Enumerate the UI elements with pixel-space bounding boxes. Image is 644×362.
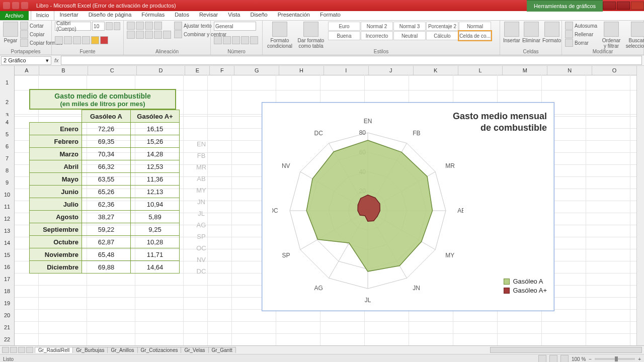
autosum-button[interactable]: Autosuma [565,22,597,30]
sheet-tab[interactable]: Gr_Gantt [208,347,236,353]
column-header[interactable]: B [39,66,88,75]
file-tab[interactable]: Archivo [0,11,29,20]
format-cells-button[interactable]: Formato [542,38,561,43]
border-icon[interactable] [82,36,90,44]
font-color-icon[interactable] [100,36,108,44]
column-header[interactable]: C [88,66,137,75]
cell-style-option[interactable]: Euro [328,22,360,31]
cond-format-icon[interactable] [272,22,287,37]
zoom-controls[interactable]: 100 % − + [538,355,641,362]
indent-dec-icon[interactable] [154,31,162,39]
delete-cells-icon[interactable] [524,22,539,37]
tab-revisar[interactable]: Revisar [194,10,223,20]
tab-vista[interactable]: Vista [223,10,245,20]
row-header[interactable]: 8 [0,164,15,177]
insert-cells-icon[interactable] [504,22,519,37]
sheet-tab[interactable]: Gr_Cotizaciones [137,347,182,353]
column-header[interactable]: O [592,66,637,75]
align-middle-icon[interactable] [136,22,144,30]
view-layout-icon[interactable] [549,355,557,362]
row-header[interactable]: 19 [0,297,15,310]
format-cells-icon[interactable] [544,22,559,37]
underline-icon[interactable] [73,36,81,44]
row-header[interactable]: 9 [0,176,15,189]
row-header[interactable]: 14 [0,237,15,249]
grow-font-icon[interactable] [106,22,112,30]
bold-icon[interactable] [55,36,63,44]
indent-inc-icon[interactable] [163,31,171,39]
align-center-icon[interactable] [136,31,144,39]
cell-style-option[interactable]: Normal 2 [361,22,393,31]
cond-format-button[interactable]: Formato condicional [266,38,294,49]
inc-decimal-icon[interactable] [241,36,249,44]
chart-title[interactable]: Gasto medio mensual de combustible [453,111,547,134]
column-header[interactable]: D [137,66,186,75]
sheet-tab[interactable]: Gr_RadialRell [35,347,73,353]
view-pagebreak-icon[interactable] [560,355,569,362]
find-select-button[interactable]: Buscar y seleccionar [625,38,644,49]
column-header[interactable]: K [414,66,458,75]
column-header[interactable]: F [210,66,234,75]
minimize-button[interactable] [603,2,616,10]
paste-icon[interactable] [3,22,18,37]
select-all-corner[interactable] [0,66,15,75]
percent-icon[interactable] [223,36,231,44]
chart-legend[interactable]: Gasóleo A Gasóleo A+ [504,276,547,296]
fill-color-icon[interactable] [91,36,99,44]
column-header[interactable]: N [547,66,592,75]
align-left-icon[interactable] [127,31,135,39]
cell-style-option[interactable]: Porcentaje 2 [426,22,458,31]
row-header[interactable]: 17 [0,273,15,286]
maximize-button[interactable] [617,2,630,10]
redo-icon[interactable] [21,2,28,9]
dec-decimal-icon[interactable] [250,36,258,44]
column-header[interactable]: J [369,66,414,75]
cell-style-option[interactable]: Incorrecto [361,31,393,40]
currency-icon[interactable] [214,36,222,44]
number-format-combo[interactable]: General [214,22,256,31]
save-icon[interactable] [3,2,10,9]
row-header[interactable]: 1 [0,75,15,90]
sheet-tab[interactable]: Gr_Anillos [107,347,137,353]
align-bottom-icon[interactable] [145,22,153,30]
delete-cells-button[interactable]: Eliminar [522,38,540,43]
find-select-icon[interactable] [631,22,644,37]
comma-icon[interactable] [232,36,240,44]
chart-object[interactable]: Gasto medio mensual de combustible ENFBM… [262,102,554,311]
tab-fórmulas[interactable]: Fórmulas [136,10,170,20]
fill-button[interactable]: Rellenar [565,30,597,38]
insert-cells-button[interactable]: Insertar [503,38,520,43]
tab-insertar[interactable]: Insertar [54,10,83,20]
quick-access-toolbar[interactable] [0,2,31,9]
name-box[interactable]: 2 Gráfico▾ [1,56,51,65]
sheet-tab[interactable]: Gr_Velas [181,347,208,353]
row-header[interactable]: 2 [0,90,15,115]
chevron-down-icon[interactable]: ▾ [46,57,49,64]
font-size-combo[interactable]: 10 [92,22,105,31]
row-header[interactable]: 6 [0,140,15,153]
row-header[interactable]: 7 [0,152,15,165]
cell-style-option[interactable]: Cálculo [426,31,458,40]
row-header[interactable]: 18 [0,285,15,298]
row-header[interactable]: 16 [0,261,15,274]
cell-style-option[interactable]: Normal 3 [393,22,426,31]
cell-style-option[interactable]: Celda de co... [459,31,491,40]
row-header[interactable]: 4 [0,116,15,129]
clear-button[interactable]: Borrar [565,39,597,47]
tab-presentación[interactable]: Presentación [273,10,315,20]
undo-icon[interactable] [12,2,19,9]
row-header[interactable]: 22 [0,333,15,345]
row-header[interactable]: 12 [0,213,15,225]
row-header[interactable]: 21 [0,321,15,334]
sheet-tab[interactable]: Gr_Burbujas [72,347,108,353]
font-family-combo[interactable]: Calibri (Cuerpo) [55,22,91,31]
sheet-nav[interactable] [0,347,35,353]
cell-style-option[interactable]: Neutral [393,31,426,40]
column-header[interactable]: M [503,66,547,75]
row-header[interactable]: 11 [0,201,15,213]
italic-icon[interactable] [64,36,72,44]
row-header[interactable]: 10 [0,189,15,201]
column-header[interactable]: E [185,66,210,75]
column-header[interactable]: G [234,66,279,75]
column-header[interactable]: H [279,66,324,75]
